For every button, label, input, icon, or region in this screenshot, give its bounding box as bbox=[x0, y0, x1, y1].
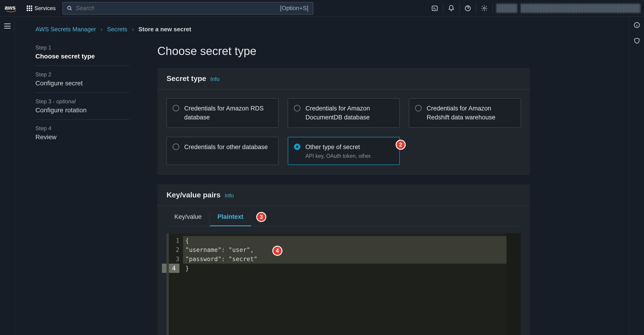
tab-plaintext[interactable]: Plaintext bbox=[210, 208, 252, 226]
step-4[interactable]: Step 4 Review bbox=[36, 120, 130, 146]
svg-point-0 bbox=[68, 6, 71, 10]
security-panel-icon[interactable] bbox=[634, 37, 640, 44]
hamburger-icon[interactable] bbox=[4, 24, 10, 28]
secret-type-title: Secret type bbox=[166, 74, 206, 83]
kv-title: Key/value pairs bbox=[166, 191, 220, 199]
breadcrumb: AWS Secrets Manager › Secrets › Store a … bbox=[36, 26, 608, 33]
chevron-right-icon: › bbox=[100, 26, 102, 33]
services-label: Services bbox=[34, 5, 56, 12]
kv-tabs: Key/value Plaintext 3 bbox=[166, 208, 521, 226]
radio-icon bbox=[173, 144, 179, 150]
info-link[interactable]: Info bbox=[225, 192, 234, 199]
radio-documentdb[interactable]: Credentials for Amazon DocumentDB databa… bbox=[288, 98, 400, 128]
grid-icon bbox=[27, 6, 32, 11]
svg-point-4 bbox=[484, 7, 485, 9]
wizard-steps: Step 1 Choose secret type Step 2 Configu… bbox=[36, 44, 130, 335]
aws-logo[interactable]: aws bbox=[4, 4, 18, 12]
notifications-button[interactable] bbox=[443, 2, 460, 14]
info-link[interactable]: Info bbox=[210, 76, 220, 82]
annotation-2: 2 bbox=[396, 140, 406, 150]
radio-other-secret[interactable]: Other type of secret API key, OAuth toke… bbox=[288, 137, 400, 165]
search-bar[interactable]: [Option+S] bbox=[62, 2, 313, 14]
top-nav: aws Services [Option+S] bbox=[0, 0, 644, 16]
radio-redshift[interactable]: Credentials for Amazon Redshift data war… bbox=[409, 98, 521, 128]
cloudshell-button[interactable] bbox=[426, 2, 443, 14]
chevron-right-icon: › bbox=[132, 26, 134, 33]
info-panel-icon[interactable] bbox=[634, 22, 640, 28]
radio-other-db[interactable]: Credentials for other database bbox=[166, 137, 278, 165]
annotation-3: 3 bbox=[256, 212, 266, 222]
breadcrumb-secrets[interactable]: Secrets bbox=[107, 26, 127, 33]
radio-icon bbox=[294, 144, 300, 150]
help-button[interactable] bbox=[460, 2, 476, 14]
line-gutter: 1234 bbox=[166, 233, 183, 335]
code-body[interactable]: { "username": "user", "password": "secre… bbox=[183, 233, 521, 335]
breadcrumb-service[interactable]: AWS Secrets Manager bbox=[36, 26, 96, 33]
step-1[interactable]: Step 1 Choose secret type bbox=[36, 44, 130, 66]
settings-button[interactable] bbox=[476, 2, 493, 14]
radio-icon bbox=[294, 105, 300, 111]
radio-icon bbox=[415, 105, 422, 111]
step-2[interactable]: Step 2 Configure secret bbox=[36, 66, 130, 93]
search-icon bbox=[67, 6, 72, 11]
search-input[interactable] bbox=[76, 4, 280, 12]
tab-keyvalue[interactable]: Key/value bbox=[166, 208, 210, 226]
page-title: Choose secret type bbox=[157, 44, 530, 58]
search-shortcut: [Option+S] bbox=[280, 4, 308, 12]
right-rail bbox=[629, 16, 644, 335]
plaintext-editor[interactable]: 1234 { "username": "user", "password": "… bbox=[166, 233, 521, 335]
left-rail bbox=[0, 16, 15, 335]
breadcrumb-current: Store a new secret bbox=[138, 26, 191, 33]
radio-icon bbox=[173, 105, 179, 111]
account-menu[interactable] bbox=[521, 4, 640, 13]
radio-rds[interactable]: Credentials for Amazon RDS database bbox=[166, 98, 278, 128]
services-menu[interactable]: Services bbox=[27, 5, 56, 12]
kv-panel: Key/value pairs Info Key/value Plaintext… bbox=[157, 184, 530, 335]
region-selector[interactable] bbox=[496, 4, 517, 13]
step-3[interactable]: Step 3 - optional Configure rotation bbox=[36, 93, 130, 120]
svg-line-1 bbox=[70, 9, 72, 10]
secret-type-panel: Secret type Info Credentials for Amazon … bbox=[157, 68, 530, 175]
